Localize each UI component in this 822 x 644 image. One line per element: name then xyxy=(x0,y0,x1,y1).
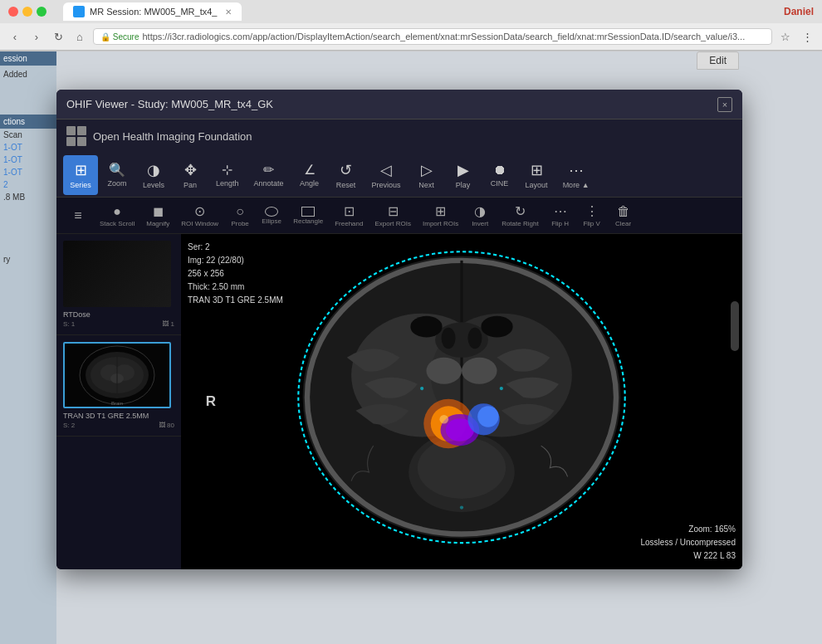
probe-label: Probe xyxy=(231,220,248,227)
freehand-label: Freehand xyxy=(335,220,363,227)
secure-badge: 🔒 Secure xyxy=(100,32,139,41)
tool-series[interactable]: ⊞ Series xyxy=(63,155,98,195)
magnify-icon: ◼ xyxy=(153,203,164,219)
svg-point-33 xyxy=(500,387,503,390)
tab-close-button[interactable]: ✕ xyxy=(225,7,232,17)
sidebar-item-2[interactable]: 2 xyxy=(0,178,56,191)
svg-point-23 xyxy=(426,358,462,384)
svg-point-32 xyxy=(420,387,423,390)
sec-tool-roi-window[interactable]: ⊙ ROI Window xyxy=(176,199,223,232)
tool-zoom[interactable]: 🔍 Zoom xyxy=(100,155,135,195)
rtdose-label: RTDose xyxy=(63,310,174,319)
freehand-icon: ⊡ xyxy=(344,203,355,219)
pan-icon: ✥ xyxy=(184,161,197,179)
sec-tool-export-rois[interactable]: ⊟ Export ROIs xyxy=(369,199,416,232)
invert-label: Invert xyxy=(472,220,488,227)
svg-point-19 xyxy=(442,328,456,349)
sec-tool-invert[interactable]: ◑ Invert xyxy=(465,199,495,232)
clear-trash-icon: 🗑 xyxy=(617,204,630,219)
tool-levels[interactable]: ◑ Levels xyxy=(136,155,171,195)
series-thumb-tran3d[interactable]: Brain TRAN 3D T1 GRE 2.5MM S: 2 🖼 80 xyxy=(56,335,181,437)
sec-tool-probe[interactable]: ○ Probe xyxy=(225,199,255,232)
main-viewport[interactable]: R Ser: 2 Img: 22 (22/80) 256 x 256 Thick… xyxy=(181,234,742,569)
bookmark-button[interactable]: ☆ xyxy=(777,28,794,45)
forward-button[interactable]: › xyxy=(28,28,45,45)
sec-tool-flip-h[interactable]: ⋯ Flip H xyxy=(546,199,575,232)
edit-bar[interactable]: Edit xyxy=(697,51,739,70)
maximize-dot[interactable] xyxy=(37,7,46,17)
tool-more[interactable]: ⋯ More ▲ xyxy=(556,155,596,195)
sec-tool-clear[interactable]: 🗑 Clear xyxy=(609,199,639,232)
menu-button[interactable]: ⋮ xyxy=(799,28,815,45)
sec-tool-flip-v[interactable]: ⋮ Flip V xyxy=(577,199,607,232)
tool-annotate[interactable]: ✏ Annotate xyxy=(247,155,291,195)
tool-play[interactable]: ▶ Play xyxy=(446,155,481,195)
tool-previous[interactable]: ◁ Previous xyxy=(365,155,408,195)
series-thumb-rtdose[interactable]: RTDose S: 1 🖼 1 xyxy=(56,234,181,335)
url-bar[interactable]: 🔒 Secure https://i3cr.radiologics.com/ap… xyxy=(93,28,772,45)
ohif-header: Open Health Imaging Foundation xyxy=(56,120,742,153)
probe-icon: ○ xyxy=(236,204,244,219)
scan-label: Scan xyxy=(0,129,56,141)
tab-favicon xyxy=(73,6,85,17)
svg-point-34 xyxy=(460,505,463,509)
tran3d-series-num: S: 2 xyxy=(63,422,75,429)
rotate-right-label: Rotate Right xyxy=(502,220,538,227)
refresh-button[interactable]: ↻ xyxy=(50,28,66,45)
cine-icon: ⏺ xyxy=(493,163,506,178)
rtdose-images: 🖼 1 xyxy=(162,320,174,328)
svg-point-20 xyxy=(467,328,482,349)
tool-reset[interactable]: ↺ Reset xyxy=(329,155,364,195)
flip-v-icon: ⋮ xyxy=(585,203,599,219)
zoom-icon: 🔍 xyxy=(109,162,125,178)
tool-angle[interactable]: ∠ Angle xyxy=(292,155,327,195)
sec-tool-menu[interactable]: ≡ xyxy=(63,199,93,232)
sec-tool-freehand[interactable]: ⊡ Freehand xyxy=(330,199,368,232)
ohif-logo: Open Health Imaging Foundation xyxy=(66,126,252,146)
svg-point-24 xyxy=(462,358,497,384)
zoom-label: Zoom xyxy=(107,179,126,188)
series-label: Series xyxy=(70,181,91,189)
series-panel: RTDose S: 1 🖼 1 xyxy=(56,234,181,569)
logo-cell-3 xyxy=(66,137,76,146)
zoom-info: Zoom: 165% xyxy=(641,523,736,536)
sidebar-item-1ot-3[interactable]: 1-OT xyxy=(0,166,56,178)
tool-length[interactable]: ⊹ Length xyxy=(209,155,246,195)
flip-h-icon: ⋯ xyxy=(554,203,567,219)
viewport-info-bottomright: Zoom: 165% Lossless / Uncompressed W 222… xyxy=(641,523,736,563)
series-icon: ⊞ xyxy=(75,161,87,179)
stack-scroll-icon: ● xyxy=(113,204,121,219)
tool-pan[interactable]: ✥ Pan xyxy=(173,155,208,195)
scroll-handle[interactable] xyxy=(731,301,739,351)
session-label: ession xyxy=(0,51,56,66)
tool-next[interactable]: ▷ Next xyxy=(409,155,444,195)
logo-grid-icon xyxy=(66,126,86,146)
tool-layout[interactable]: ⊞ Layout xyxy=(519,155,555,195)
modal-close-button[interactable]: × xyxy=(717,97,732,112)
rtdose-series-num: S: 1 xyxy=(63,320,75,328)
back-button[interactable]: ‹ xyxy=(7,28,23,45)
layout-label: Layout xyxy=(526,181,548,189)
tool-cine[interactable]: ⏺ CINE xyxy=(482,155,517,195)
minimize-dot[interactable] xyxy=(22,7,32,17)
sec-tool-rotate-right[interactable]: ↻ Rotate Right xyxy=(497,199,543,232)
svg-point-22 xyxy=(481,316,512,338)
home-button[interactable]: ⌂ xyxy=(71,28,88,45)
sidebar-item-1ot-2[interactable]: 1-OT xyxy=(0,154,56,166)
rectangle-label: Rectangle xyxy=(293,217,323,225)
sec-tool-stack-scroll[interactable]: ● Stack Scroll xyxy=(95,199,139,232)
sec-tool-magnify[interactable]: ◼ Magnify xyxy=(141,199,174,232)
annotate-icon: ✏ xyxy=(263,162,274,178)
sec-tool-import-rois[interactable]: ⊞ Import ROIs xyxy=(418,199,463,232)
close-dot[interactable] xyxy=(8,7,18,17)
sec-tool-rectangle[interactable]: Rectangle xyxy=(288,199,328,232)
svg-text:Brain: Brain xyxy=(111,401,123,406)
logo-cell-1 xyxy=(66,126,76,135)
window-info: W 222 L 83 xyxy=(641,549,736,563)
browser-tab[interactable]: MR Session: MW005_MR_tx4_ ✕ xyxy=(63,2,242,21)
sidebar-item-1ot-1[interactable]: 1-OT xyxy=(0,141,56,154)
next-label: Next xyxy=(418,181,434,189)
window-controls xyxy=(8,7,46,17)
sec-tool-ellipse[interactable]: Ellipse xyxy=(257,199,286,232)
logo-cell-2 xyxy=(77,126,86,135)
